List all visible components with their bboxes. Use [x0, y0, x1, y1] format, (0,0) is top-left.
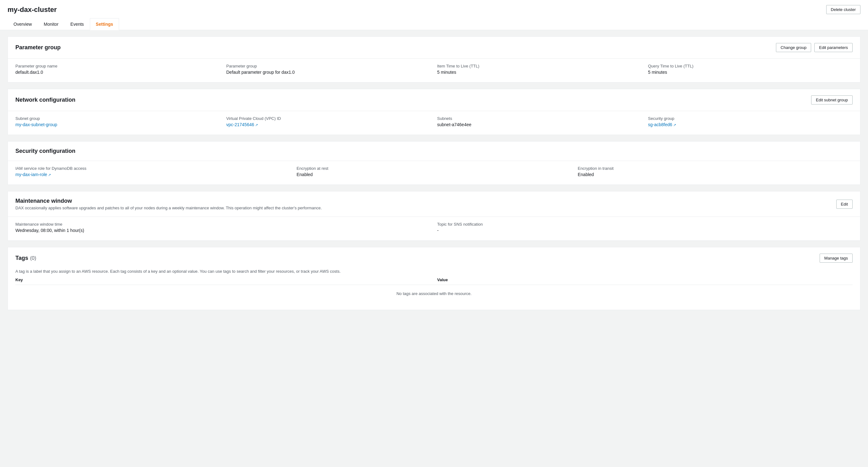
tags-section: Tags (0) Manage tags A tag is a label th… [7, 247, 861, 310]
security-group-value-row: sg-acb8fed6↗ [648, 122, 852, 127]
query-ttl-label: Query Time to Live (TTL) [648, 64, 852, 68]
iam-role-value[interactable]: my-dax-iam-role [16, 172, 47, 177]
param-group-field: Parameter group Default parameter group … [226, 64, 431, 75]
cluster-name-title: my-dax-cluster [7, 6, 57, 14]
edit-subnet-button[interactable]: Edit subnet group [811, 95, 852, 104]
maintenance-window-fields: Maintenance window time Wednesday, 08:00… [16, 222, 852, 233]
tags-title-row: Tags (0) [16, 255, 36, 261]
window-time-field: Maintenance window time Wednesday, 08:00… [16, 222, 431, 233]
external-link-icon-2: ↗ [673, 123, 676, 127]
network-config-fields: Subnet group my-dax-subnet-group Virtual… [16, 116, 852, 127]
item-ttl-field: Item Time to Live (TTL) 5 minutes [437, 64, 642, 75]
divider [8, 161, 860, 161]
encryption-transit-label: Encryption in transit [578, 166, 852, 171]
query-ttl-value: 5 minutes [648, 70, 852, 75]
maintenance-window-title-group: Maintenance window DAX occasionally appl… [16, 198, 322, 210]
param-group-value: Default parameter group for dax1.0 [226, 70, 431, 75]
window-time-value: Wednesday, 08:00, within 1 hour(s) [16, 228, 431, 233]
param-group-name-label: Parameter group name [16, 64, 220, 68]
encryption-transit-field: Encryption in transit Enabled [578, 166, 852, 177]
edit-maintenance-button[interactable]: Edit [836, 200, 852, 209]
network-config-section: Network configuration Edit subnet group … [7, 89, 861, 135]
vpc-id-label: Virtual Private Cloud (VPC) ID [226, 116, 431, 121]
tags-empty-message: No tags are associated with the resource… [16, 285, 852, 302]
change-group-button[interactable]: Change group [776, 43, 811, 52]
tags-title: Tags [16, 255, 28, 261]
tags-count: (0) [30, 256, 36, 261]
encryption-rest-field: Encryption at rest Enabled [297, 166, 571, 177]
param-group-name-field: Parameter group name default.dax1.0 [16, 64, 220, 75]
maintenance-window-actions: Edit [836, 200, 852, 209]
tab-bar: Overview Monitor Events Settings [7, 18, 861, 30]
security-config-fields: IAM service role for DynamoDB access my-… [16, 166, 852, 177]
param-group-label: Parameter group [226, 64, 431, 68]
edit-parameters-button[interactable]: Edit parameters [814, 43, 852, 52]
manage-tags-button[interactable]: Manage tags [819, 254, 852, 263]
network-config-header: Network configuration Edit subnet group [16, 95, 852, 104]
subnet-group-label: Subnet group [16, 116, 220, 121]
tab-monitor[interactable]: Monitor [38, 18, 64, 30]
subnets-field: Subnets subnet-a746e4ee [437, 116, 642, 127]
encryption-rest-value: Enabled [297, 172, 571, 177]
parameter-group-title: Parameter group [16, 44, 61, 51]
security-group-value[interactable]: sg-acb8fed6 [648, 122, 672, 127]
vpc-id-value[interactable]: vpc-21745646 [226, 122, 254, 127]
delete-cluster-button[interactable]: Delete cluster [826, 5, 861, 14]
header-area: my-dax-cluster Delete cluster Overview M… [0, 0, 868, 30]
tab-settings[interactable]: Settings [90, 18, 119, 30]
sns-topic-value: - [437, 228, 853, 233]
iam-role-value-row: my-dax-iam-role↗ [16, 172, 290, 177]
vpc-id-field: Virtual Private Cloud (VPC) ID vpc-21745… [226, 116, 431, 127]
parameter-group-section: Parameter group Change group Edit parame… [7, 36, 861, 82]
iam-role-field: IAM service role for DynamoDB access my-… [16, 166, 290, 177]
sns-topic-field: Topic for SNS notification - [437, 222, 853, 233]
maintenance-window-description: DAX occasionally applies software upgrad… [16, 206, 322, 210]
window-time-label: Maintenance window time [16, 222, 431, 227]
external-link-icon: ↗ [255, 123, 258, 127]
encryption-transit-value: Enabled [578, 172, 852, 177]
maintenance-window-section: Maintenance window DAX occasionally appl… [7, 191, 861, 241]
tags-value-col-header: Value [437, 277, 853, 282]
divider [8, 111, 860, 111]
subnet-group-field: Subnet group my-dax-subnet-group [16, 116, 220, 127]
security-config-header: Security configuration [16, 148, 852, 155]
vpc-id-value-row: vpc-21745646↗ [226, 122, 431, 127]
parameter-group-fields: Parameter group name default.dax1.0 Para… [16, 64, 852, 75]
network-config-title: Network configuration [16, 97, 75, 103]
external-link-icon-3: ↗ [48, 173, 51, 177]
subnets-label: Subnets [437, 116, 642, 121]
divider [8, 216, 860, 217]
tags-key-col-header: Key [16, 277, 431, 282]
network-config-actions: Edit subnet group [811, 95, 852, 104]
tab-overview[interactable]: Overview [7, 18, 38, 30]
subnets-value: subnet-a746e4ee [437, 122, 642, 127]
item-ttl-label: Item Time to Live (TTL) [437, 64, 642, 68]
item-ttl-value: 5 minutes [437, 70, 642, 75]
content-area: Parameter group Change group Edit parame… [0, 36, 868, 310]
security-group-field: Security group sg-acb8fed6↗ [648, 116, 852, 127]
security-group-label: Security group [648, 116, 852, 121]
cluster-title-row: my-dax-cluster Delete cluster [7, 5, 861, 18]
tags-column-headers: Key Value [16, 277, 852, 285]
parameter-group-header: Parameter group Change group Edit parame… [16, 43, 852, 52]
encryption-rest-label: Encryption at rest [297, 166, 571, 171]
param-group-name-value: default.dax1.0 [16, 70, 220, 75]
tags-actions: Manage tags [819, 254, 852, 263]
iam-role-label: IAM service role for DynamoDB access [16, 166, 290, 171]
parameter-group-actions: Change group Edit parameters [776, 43, 852, 52]
subnet-group-value[interactable]: my-dax-subnet-group [16, 122, 57, 127]
sns-topic-label: Topic for SNS notification [437, 222, 853, 227]
maintenance-window-title: Maintenance window [16, 198, 322, 204]
maintenance-window-header: Maintenance window DAX occasionally appl… [16, 198, 852, 210]
tags-header: Tags (0) Manage tags [16, 254, 852, 263]
security-config-section: Security configuration IAM service role … [7, 141, 861, 185]
query-ttl-field: Query Time to Live (TTL) 5 minutes [648, 64, 852, 75]
divider [8, 58, 860, 59]
page-container: my-dax-cluster Delete cluster Overview M… [0, 0, 868, 467]
tags-description: A tag is a label that you assign to an A… [16, 269, 852, 274]
security-config-title: Security configuration [16, 148, 75, 155]
tab-events[interactable]: Events [64, 18, 90, 30]
